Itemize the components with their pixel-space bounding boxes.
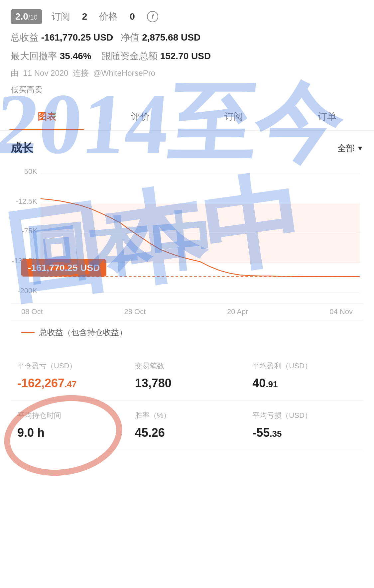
stat-cell-4: 胜率（%） 45.26 [128, 401, 246, 450]
since-label: 由 [11, 68, 19, 77]
net-value-label: 净值 [121, 32, 139, 43]
growth-filter[interactable]: 全部 ▼ [337, 143, 363, 154]
growth-header: 成长 全部 ▼ [11, 141, 363, 156]
svg-text:50K: 50K [24, 167, 37, 176]
stat-label-5: 平均亏损（USD） [252, 411, 357, 420]
strategy-tag: 低买高卖 [11, 84, 363, 95]
stat-value-1: 13,780 [135, 376, 239, 390]
svg-text:-200K: -200K [18, 287, 37, 295]
stat-value-4: 45.26 [135, 426, 239, 440]
tab-chart[interactable]: 图表 [0, 103, 93, 130]
growth-chart: 50K -12.5K -75K -137.5K -200K [11, 164, 363, 303]
tabs-row: 图表 评价 订阅 订单 [0, 103, 374, 131]
since-date: 11 Nov 2020 [23, 68, 68, 77]
rating-meta: 订阅 2 价格 0 ƒ [52, 10, 158, 23]
follow-capital-value: 152.70 USD [160, 51, 211, 61]
stat-cell-5: 平均亏损（USD） -55.35 [246, 401, 363, 450]
tab-review[interactable]: 评价 [93, 103, 187, 130]
drawdown-row: 最大回撤率 35.46% 跟随资金总额 152.70 USD [11, 49, 363, 63]
rating-badge: 2.0 /10 [11, 9, 42, 24]
max-drawdown-value: 35.46% [60, 51, 91, 61]
xaxis-label-2: 20 Apr [227, 307, 248, 316]
rating-value: 2.0 [15, 11, 28, 22]
current-value-box: -161,770.25 USD [21, 259, 106, 277]
username: @WhiteHorsePro [93, 68, 155, 77]
svg-text:-12.5K: -12.5K [16, 197, 37, 205]
stats-grid: 平仓盈亏（USD） -162,267.47 交易笔数 13,780 平均盈利（U… [0, 351, 374, 450]
stat-label-0: 平仓盈亏（USD） [17, 361, 122, 371]
rating-out-of: /10 [28, 14, 38, 21]
legend-row: 总收益（包含持仓收益） [11, 327, 363, 338]
max-drawdown-label: 最大回撤率 [11, 51, 57, 61]
fi-icon: ƒ [147, 11, 158, 22]
stat-value-3: 9.0 h [17, 426, 122, 440]
total-profit-label: 总收益 [11, 32, 39, 43]
price-value: 0 [130, 11, 135, 22]
header-section: 2.0 /10 订阅 2 价格 0 ƒ 总收益 -161,770.25 USD … [0, 0, 374, 95]
stat-value-2: 40.91 [252, 376, 357, 390]
stat-cell-0: 平仓盈亏（USD） -162,267.47 [11, 351, 128, 401]
subscriptions-label: 订阅 [52, 10, 70, 23]
legend-text: 总收益（包含持仓收益） [39, 327, 127, 338]
xaxis-label-3: 04 Nov [329, 307, 353, 316]
stat-value-0: -162,267.47 [17, 376, 122, 390]
rating-row: 2.0 /10 订阅 2 价格 0 ƒ [11, 9, 363, 24]
xaxis-label-0: 08 Oct [21, 307, 43, 316]
stat-label-1: 交易笔数 [135, 361, 239, 371]
tab-subscription[interactable]: 订阅 [187, 103, 281, 130]
stat-cell-1: 交易笔数 13,780 [128, 351, 246, 401]
legend-line [21, 332, 35, 333]
net-value-value: 2,875.68 USD [142, 32, 200, 43]
growth-title: 成长 [11, 141, 33, 156]
stat-value-5: -55.35 [252, 426, 357, 440]
svg-marker-10 [41, 204, 360, 264]
connected-label: 连接 [73, 68, 89, 77]
stat-label-2: 平均盈利（USD） [252, 361, 357, 371]
chart-container: 50K -12.5K -75K -137.5K -200K -161,770.2… [11, 164, 363, 303]
xaxis-label-1: 28 Oct [124, 307, 146, 316]
stat-cell-2: 平均盈利（USD） 40.91 [246, 351, 363, 401]
dropdown-arrow-icon: ▼ [357, 145, 363, 152]
price-label: 价格 [99, 10, 118, 23]
strategy-label: 低买高卖 [11, 85, 43, 94]
meta-row: 由 11 Nov 2020 连接 @WhiteHorsePro [11, 68, 363, 78]
total-profit-value: -161,770.25 USD [41, 32, 113, 43]
subscriptions-value: 2 [82, 11, 87, 22]
total-profit-row: 总收益 -161,770.25 USD 净值 2,875.68 USD [11, 31, 363, 45]
stat-label-3: 平均持仓时间 [17, 411, 122, 420]
svg-text:-75K: -75K [22, 227, 38, 235]
tab-orders[interactable]: 订单 [281, 103, 374, 130]
stat-label-4: 胜率（%） [135, 411, 239, 420]
stat-cell-3: 平均持仓时间 9.0 h [11, 401, 128, 450]
follow-capital-label: 跟随资金总额 [102, 51, 158, 61]
growth-section: 成长 全部 ▼ 50K -12.5K -75K -137.5K -200K [0, 131, 374, 338]
xaxis-labels: 08 Oct 28 Oct 20 Apr 04 Nov [11, 303, 363, 320]
